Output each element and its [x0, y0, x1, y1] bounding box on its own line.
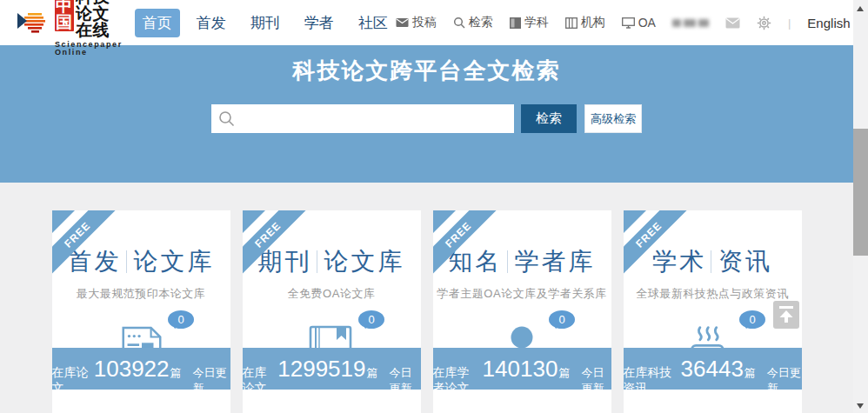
main-nav: 首页 首发 期刊 学者 社区: [135, 9, 396, 37]
card-journal-library[interactable]: FREE 期刊论文库 全免费OA论文库 0: [243, 210, 421, 413]
brand-text: 中国 科技论文在线 Sciencepaper Online: [55, 0, 123, 57]
card-subtitle: 全免费OA论文库: [243, 286, 421, 302]
mail-icon[interactable]: [725, 17, 740, 29]
scrollbar-up-arrow-icon[interactable]: [857, 6, 864, 11]
count-badge: 0: [358, 310, 384, 329]
hero-search-section: 科技论文跨平台全文检索 检索 高级检索: [0, 45, 853, 183]
user-name-redacted[interactable]: [672, 19, 709, 27]
free-ribbon: FREE: [52, 210, 122, 280]
institution-link[interactable]: 机构: [565, 15, 605, 30]
card-stats-bar: 在库科技资讯36443篇今日更新: [624, 348, 802, 390]
retrieval-link[interactable]: 检索: [453, 15, 493, 30]
library-cards: FREE 首发论文库 最大最规范预印本论文库 0: [52, 210, 802, 413]
title-divider: [507, 250, 508, 273]
card-subtitle: 最大最规范预印本论文库: [52, 286, 230, 302]
vertical-scrollbar[interactable]: [853, 0, 868, 413]
advanced-search-button[interactable]: 高级检索: [584, 104, 642, 133]
card-subtitle: 全球最新科技热点与政策资讯: [624, 286, 802, 302]
back-to-top-icon: [778, 305, 795, 324]
count-badge: 0: [549, 310, 575, 329]
hero-title: 科技论文跨平台全文检索: [0, 56, 853, 86]
search-input[interactable]: [211, 104, 514, 133]
institution-icon: [565, 17, 578, 29]
top-navbar: 中国 科技论文在线 Sciencepaper Online 首页 首发 期刊 学…: [0, 0, 853, 45]
search-row: 检索 高级检索: [0, 104, 853, 133]
brand-tagline: Sciencepaper Online: [55, 41, 123, 57]
scrollbar-thumb[interactable]: [853, 129, 868, 256]
brand-name-highlight: 中国: [55, 0, 74, 31]
title-divider: [126, 250, 127, 273]
utility-divider: |: [788, 17, 791, 30]
card-subtitle: 学者主题OA论文库及学者关系库: [433, 286, 611, 302]
subjects-link[interactable]: 学科: [510, 15, 549, 30]
back-to-top-button[interactable]: [773, 301, 799, 329]
card-stats-bar: 在库学者论文140130篇今日更新: [433, 348, 611, 390]
search-button[interactable]: 检索: [521, 104, 577, 133]
title-divider: [317, 250, 317, 273]
count-badge: 0: [739, 310, 765, 329]
subjects-grid-icon: [510, 17, 521, 29]
nav-item-first-release[interactable]: 首发: [189, 9, 234, 37]
envelope-icon: [396, 17, 409, 28]
utility-nav: 投稿 检索 学科 机构: [396, 15, 851, 30]
arrow-bars-logo-icon: [16, 10, 49, 36]
subjects-label: 学科: [524, 15, 549, 30]
nav-item-journals[interactable]: 期刊: [243, 9, 288, 37]
card-stats-bar: 在库论文103922篇今日更新: [52, 348, 230, 390]
scrollbar-down-arrow-icon[interactable]: [857, 403, 864, 409]
free-ribbon: FREE: [624, 210, 693, 280]
search-icon: [453, 17, 465, 29]
card-stats-bar: 在库论文1299519篇今日更新: [243, 348, 421, 390]
brand-logo[interactable]: 中国 科技论文在线 Sciencepaper Online: [16, 0, 123, 57]
search-box: [211, 104, 514, 133]
free-ribbon: FREE: [433, 210, 503, 280]
card-scholar-library[interactable]: FREE 知名学者库 学者主题OA论文库及学者关系库 0 在库学者论文14013…: [433, 210, 611, 413]
gear-icon[interactable]: [757, 16, 771, 30]
brand-name: 科技论文在线: [76, 0, 123, 38]
retrieval-label: 检索: [469, 15, 493, 30]
count-badge: 0: [168, 310, 194, 329]
oa-link[interactable]: OA: [622, 16, 656, 30]
nav-item-scholars[interactable]: 学者: [297, 9, 342, 37]
title-divider: [711, 250, 711, 273]
search-input-icon: [218, 110, 235, 127]
language-switch[interactable]: English: [807, 16, 850, 30]
oa-label: OA: [638, 16, 656, 30]
main-content: FREE 首发论文库 最大最规范预印本论文库 0: [0, 183, 853, 413]
free-ribbon: FREE: [243, 210, 312, 280]
card-preprint-library[interactable]: FREE 首发论文库 最大最规范预印本论文库 0: [52, 210, 230, 413]
nav-item-home[interactable]: 首页: [135, 9, 180, 37]
nav-item-community[interactable]: 社区: [351, 9, 396, 37]
submit-paper-label: 投稿: [412, 15, 437, 30]
submit-paper-link[interactable]: 投稿: [396, 15, 437, 30]
monitor-icon: [622, 17, 635, 29]
page: 中国 科技论文在线 Sciencepaper Online 首页 首发 期刊 学…: [0, 0, 853, 413]
institution-label: 机构: [581, 15, 605, 30]
